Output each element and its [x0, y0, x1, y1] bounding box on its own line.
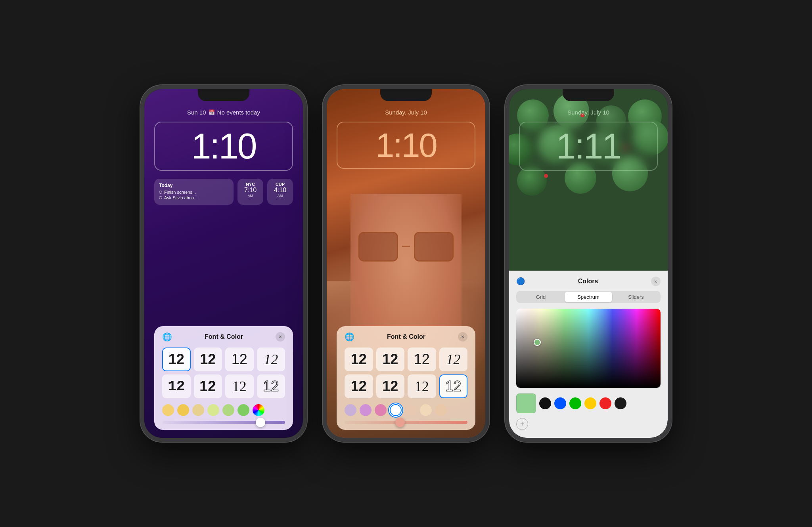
font-opt2-4[interactable]: 12 — [345, 374, 373, 398]
tab-grid[interactable]: Grid — [517, 292, 565, 302]
font-opt2-1[interactable]: 12 — [376, 348, 405, 371]
font-opt2-7[interactable]: 12 — [439, 374, 468, 398]
date-text-1: Sun 10 — [187, 109, 206, 116]
reminder-circle-1 — [159, 191, 162, 194]
date-bar-1: Sun 10 📅 No events today — [154, 109, 293, 116]
eyedropper-icon[interactable]: 🔵 — [516, 277, 525, 286]
lock-screen-1: Sun 10 📅 No events today 1:10 Today Fini… — [144, 89, 303, 438]
tabs-row: Grid Spectrum Sliders — [516, 291, 661, 303]
color-swatches-1 — [162, 404, 285, 416]
font-opt2-6[interactable]: 12 — [408, 374, 436, 398]
panel-header-1: 🌐 Font & Color × — [162, 332, 285, 342]
font-grid-1: 12 12 12 12 12 12 12 12 — [162, 348, 285, 398]
current-color-box — [516, 393, 536, 413]
preset-black[interactable] — [539, 397, 551, 409]
panel-title-2: Font & Color — [387, 333, 425, 340]
tab-spectrum[interactable]: Spectrum — [565, 292, 612, 302]
notch-2 — [380, 89, 432, 101]
spectrum-gradient[interactable] — [516, 309, 661, 388]
time-box-3: 1:11 — [519, 122, 658, 171]
swatch2-4[interactable] — [390, 404, 402, 416]
font-option-7[interactable]: 12 — [257, 374, 285, 398]
time-display-3: 1:11 — [532, 128, 645, 164]
swatch-2[interactable] — [177, 404, 189, 416]
preset-swatches — [539, 397, 661, 409]
font-opt2-2[interactable]: 12 — [408, 348, 436, 371]
calendar-icon-1: 📅 — [209, 109, 215, 115]
font-grid-2: 12 12 12 12 12 12 12 12 — [345, 348, 467, 398]
date-text-3: Sunday, July 10 — [567, 109, 609, 116]
font-option-6[interactable]: 12 — [225, 374, 254, 398]
preset-red[interactable] — [599, 397, 611, 409]
close-button-1[interactable]: × — [276, 332, 285, 342]
slider-thumb-1[interactable] — [256, 418, 265, 427]
swatch-1[interactable] — [162, 404, 174, 416]
swatch-3[interactable] — [192, 404, 204, 416]
colors-panel-title: Colors — [578, 278, 598, 285]
swatch-6[interactable] — [237, 404, 249, 416]
globe-icon-1[interactable]: 🌐 — [162, 332, 172, 342]
phone-1: Sun 10 📅 No events today 1:10 Today Fini… — [140, 85, 307, 442]
time-display-1: 1:10 — [167, 128, 280, 164]
font-option-1[interactable]: 12 — [194, 348, 222, 371]
panel-header-2: 🌐 Font & Color × — [345, 332, 467, 342]
swatch2-1[interactable] — [345, 404, 356, 416]
swatch2-5[interactable] — [405, 404, 417, 416]
clock-widget-nyc: NYC 7:10 AM — [237, 179, 263, 205]
swatch-4[interactable] — [207, 404, 219, 416]
reminder-circle-2 — [159, 196, 162, 199]
color-swatches-2 — [345, 404, 467, 416]
add-color-button[interactable]: + — [516, 418, 528, 430]
font-option-4[interactable]: 12 — [162, 374, 191, 398]
phone-3: Sunday, July 10 1:11 🔵 Colors × Grid Spe… — [505, 85, 672, 442]
font-color-panel-1: 🌐 Font & Color × 12 12 12 12 12 12 12 12 — [154, 326, 293, 430]
no-events-text-1: No events today — [217, 109, 260, 116]
colors-panel: 🔵 Colors × Grid Spectrum Sliders — [509, 271, 668, 438]
preset-dark[interactable] — [615, 397, 626, 409]
colors-close-button[interactable]: × — [651, 277, 661, 286]
date-text-2: Sunday, July 10 — [385, 109, 427, 116]
swatch-rainbow[interactable] — [253, 404, 264, 416]
colors-panel-header: 🔵 Colors × — [516, 277, 661, 286]
phones-container: Sun 10 📅 No events today 1:10 Today Fini… — [128, 73, 684, 454]
globe-icon-2[interactable]: 🌐 — [345, 332, 354, 342]
panel-title-1: Font & Color — [205, 333, 243, 340]
font-option-3[interactable]: 12 — [257, 348, 285, 371]
swatch-5[interactable] — [222, 404, 234, 416]
tab-sliders[interactable]: Sliders — [612, 292, 660, 302]
font-option-2[interactable]: 12 — [225, 348, 254, 371]
clock-widget-cup: CUP 4:10 AM — [267, 179, 293, 205]
swatch2-2[interactable] — [360, 404, 372, 416]
time-box-2: 1:10 — [337, 122, 475, 169]
font-option-0[interactable]: 12 — [162, 348, 191, 371]
opacity-slider-1[interactable] — [162, 421, 285, 424]
lock-screen-2: Sunday, July 10 1:10 🌐 Font & Color × 12… — [327, 89, 485, 438]
font-opt2-0[interactable]: 12 — [345, 348, 373, 371]
font-color-panel-2: 🌐 Font & Color × 12 12 12 12 12 12 12 12 — [337, 326, 475, 430]
swatch2-6[interactable] — [420, 404, 432, 416]
swatch2-3[interactable] — [375, 404, 387, 416]
reminder-item-1: Finish screens... — [159, 190, 229, 195]
font-opt2-3[interactable]: 12 — [439, 348, 468, 371]
slider-thumb-2[interactable] — [395, 418, 405, 427]
preset-blue[interactable] — [554, 397, 566, 409]
widgets-row-1: Today Finish screens... Ask Silvia abou.… — [154, 179, 293, 205]
opacity-slider-2[interactable] — [345, 421, 467, 424]
time-display-2: 1:10 — [349, 128, 463, 162]
reminder-title: Today — [159, 183, 229, 188]
phone-2: Sunday, July 10 1:10 🌐 Font & Color × 12… — [323, 85, 489, 442]
date-bar-3: Sunday, July 10 — [519, 109, 658, 116]
preset-yellow[interactable] — [584, 397, 596, 409]
time-box-1: 1:10 — [154, 122, 293, 171]
preset-green[interactable] — [569, 397, 581, 409]
font-opt2-5[interactable]: 12 — [376, 374, 405, 398]
swatch2-7[interactable] — [435, 404, 447, 416]
notch-3 — [563, 89, 614, 101]
font-option-5[interactable]: 12 — [194, 374, 222, 398]
notch-1 — [198, 89, 249, 101]
reminder-item-2: Ask Silvia abou... — [159, 195, 229, 200]
spectrum-cursor[interactable] — [534, 339, 541, 346]
close-button-2[interactable]: × — [458, 332, 467, 342]
bottom-swatches-row — [516, 393, 661, 413]
reminder-widget: Today Finish screens... Ask Silvia abou.… — [154, 179, 234, 205]
